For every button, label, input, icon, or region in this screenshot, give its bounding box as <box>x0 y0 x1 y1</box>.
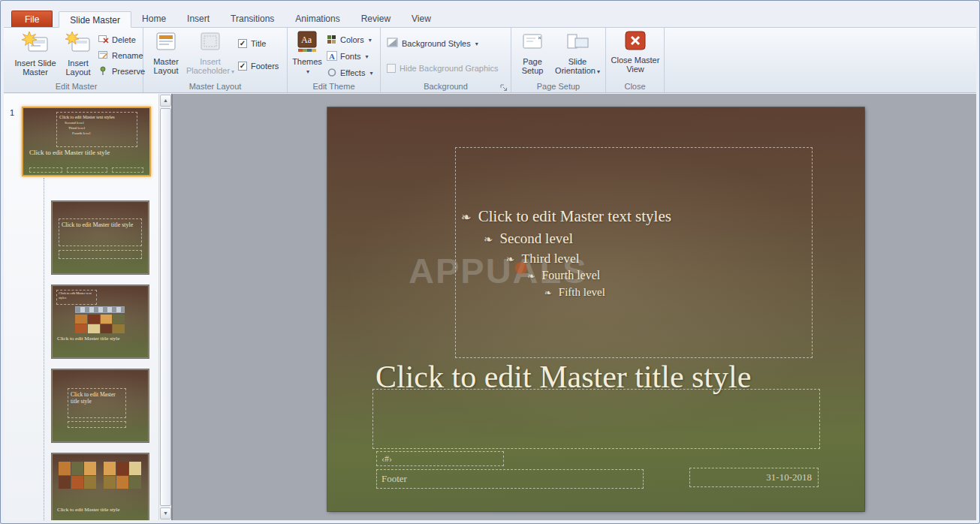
close-master-view-label: Close Master View <box>609 56 662 74</box>
scrollbar-thumb[interactable] <box>160 108 171 506</box>
group-edit-theme: Aa Themes▾ Colors ▾ A Fonts ▾ Effects ▾ … <box>288 28 381 92</box>
slide-thumbnail-panel: 1 Click to edit Master text styles Secon… <box>4 94 171 520</box>
tab-file[interactable]: File <box>11 11 53 27</box>
title-checkbox[interactable]: ✓ Title <box>238 39 266 48</box>
delete-label: Delete <box>112 35 136 44</box>
mini-text-placeholder <box>68 421 126 428</box>
master-layout-button[interactable]: Master Layout <box>146 29 185 79</box>
bullet-icon: ❧ <box>527 271 535 282</box>
scroll-up-button[interactable]: ▲ <box>160 95 171 107</box>
mini-date-placeholder <box>112 167 143 173</box>
bullet-icon: ❧ <box>461 210 472 224</box>
dropdown-arrow-icon: ▾ <box>306 68 309 75</box>
insert-layout-button[interactable]: Insert Layout <box>59 29 97 79</box>
picture-grid <box>75 315 125 333</box>
master-text-level-3[interactable]: ❧Third level <box>506 251 580 267</box>
slide-orientation-button[interactable]: Slide Orientation▾ <box>552 29 603 79</box>
group-label-edit-theme: Edit Theme <box>288 82 380 91</box>
checkbox-checked-icon: ✓ <box>238 39 247 48</box>
master-text-level-4[interactable]: ❧Fourth level <box>527 269 600 282</box>
group-edit-master: Insert Slide Master Insert Layout Delete… <box>10 28 143 92</box>
tab-view[interactable]: View <box>401 11 442 27</box>
mini-text-placeholder: Click to edit Master text styles <box>56 290 97 305</box>
thumbnail-layout-title[interactable]: Click to edit Master title style <box>52 201 149 274</box>
master-text-level-2[interactable]: ❧Second level <box>484 230 573 247</box>
preserve-pushpin-icon <box>98 66 109 77</box>
preserve-label: Preserve <box>112 67 145 76</box>
master-text-level-1[interactable]: ❧Click to edit Master text styles <box>461 207 671 226</box>
group-label-background: Background <box>381 82 511 91</box>
insert-slide-master-label: Insert Slide Master <box>11 59 59 77</box>
rename-label: Rename <box>112 51 143 60</box>
insert-placeholder-label: Insert Placeholder▾ <box>186 57 234 77</box>
themes-icon: Aa <box>296 31 318 55</box>
close-icon <box>624 31 647 53</box>
title-checkbox-label: Title <box>251 39 266 48</box>
rename-button[interactable]: Rename <box>98 49 145 62</box>
thumbnail-layout-section[interactable]: Click to edit Master title style <box>52 369 149 442</box>
colors-label: Colors <box>340 35 364 44</box>
colors-button[interactable]: Colors ▾ <box>327 33 372 47</box>
fonts-button[interactable]: A Fonts ▾ <box>327 50 369 63</box>
svg-text:A: A <box>329 51 335 60</box>
group-background: Background Styles ▾ Hide Background Grap… <box>381 28 511 92</box>
close-master-view-button[interactable]: Close Master View <box>609 29 662 79</box>
group-master-layout: Master Layout Insert Placeholder▾ ✓ Titl… <box>143 28 288 92</box>
bullet-icon: ❧ <box>544 288 552 298</box>
ribbon-tab-strip: File Slide Master Home Insert Transition… <box>4 10 976 28</box>
mini-text-placeholder: Click to edit Master text styles Second … <box>56 112 137 147</box>
delete-button[interactable]: Delete <box>98 33 145 47</box>
ribbon: Insert Slide Master Insert Layout Delete… <box>4 28 976 93</box>
insert-placeholder-button[interactable]: Insert Placeholder▾ <box>187 29 234 79</box>
footers-checkbox[interactable]: ✓ Footers <box>238 62 279 71</box>
checkbox-unchecked-icon <box>387 64 396 73</box>
slide-master-slide[interactable]: APPUALS ❧Click to edit Master text style… <box>327 107 864 511</box>
date-placeholder[interactable]: 31-10-2018 <box>689 468 819 487</box>
thumbnail-layout-picture[interactable]: Click to edit Master text styles Click t… <box>52 285 149 358</box>
dropdown-arrow-icon: ▾ <box>597 68 600 75</box>
tab-review[interactable]: Review <box>351 11 401 27</box>
mini-footer-placeholder <box>29 167 62 173</box>
preserve-button[interactable]: Preserve <box>98 65 145 78</box>
page-setup-button[interactable]: Page Setup <box>514 29 550 79</box>
mini-subtitle-placeholder <box>59 250 142 259</box>
tab-home[interactable]: Home <box>131 11 176 27</box>
thumbnail-slide-master[interactable]: Click to edit Master text styles Second … <box>22 107 151 176</box>
insert-slide-master-button[interactable]: Insert Slide Master <box>11 29 59 79</box>
master-layout-icon <box>154 31 178 55</box>
group-label-close: Close <box>606 82 664 91</box>
mini-title-placeholder: Click to edit Master title style <box>68 388 126 418</box>
scroll-down-button[interactable]: ▼ <box>160 507 171 519</box>
tab-slide-master[interactable]: Slide Master <box>59 11 131 28</box>
effects-button[interactable]: Effects ▾ <box>327 66 372 80</box>
dropdown-arrow-icon: ▾ <box>231 68 234 75</box>
page-setup-label: Page Setup <box>514 57 550 75</box>
themes-button[interactable]: Aa Themes▾ <box>289 29 325 79</box>
master-layout-label: Master Layout <box>146 57 185 75</box>
dropdown-arrow-icon: ▾ <box>369 37 372 44</box>
hide-background-graphics-checkbox[interactable]: Hide Background Graphics <box>387 64 498 73</box>
background-styles-button[interactable]: Background Styles ▾ <box>387 37 478 50</box>
picture-grid <box>104 462 141 489</box>
mini-title-text: Click to edit Master title style <box>57 507 143 513</box>
bullet-icon: ❧ <box>484 233 493 245</box>
slide-orientation-icon <box>565 31 590 55</box>
insert-layout-icon <box>65 31 91 56</box>
thumbnail-scrollbar[interactable]: ▲ ▼ <box>158 94 171 520</box>
tab-insert[interactable]: Insert <box>176 11 220 27</box>
slide-number-placeholder[interactable]: ‹#› <box>376 451 504 466</box>
group-label-page-setup: Page Setup <box>511 82 605 91</box>
tab-transitions[interactable]: Transitions <box>220 11 285 27</box>
dropdown-arrow-icon: ▾ <box>369 70 372 77</box>
rename-icon <box>98 50 109 61</box>
tab-animations[interactable]: Animations <box>285 11 350 27</box>
master-text-level-5[interactable]: ❧Fifth level <box>544 286 605 299</box>
bullet-icon: ❧ <box>506 254 514 265</box>
master-title-text[interactable]: Click to edit Master title style <box>375 356 766 399</box>
thumbnail-layout-two-pictures[interactable]: Click to edit Master title style <box>52 453 149 520</box>
dropdown-arrow-icon: ▾ <box>475 41 478 47</box>
footer-placeholder[interactable]: Footer <box>376 469 644 489</box>
effects-icon <box>327 68 337 79</box>
background-styles-icon <box>387 38 399 50</box>
group-close: Close Master View Close <box>606 28 665 92</box>
